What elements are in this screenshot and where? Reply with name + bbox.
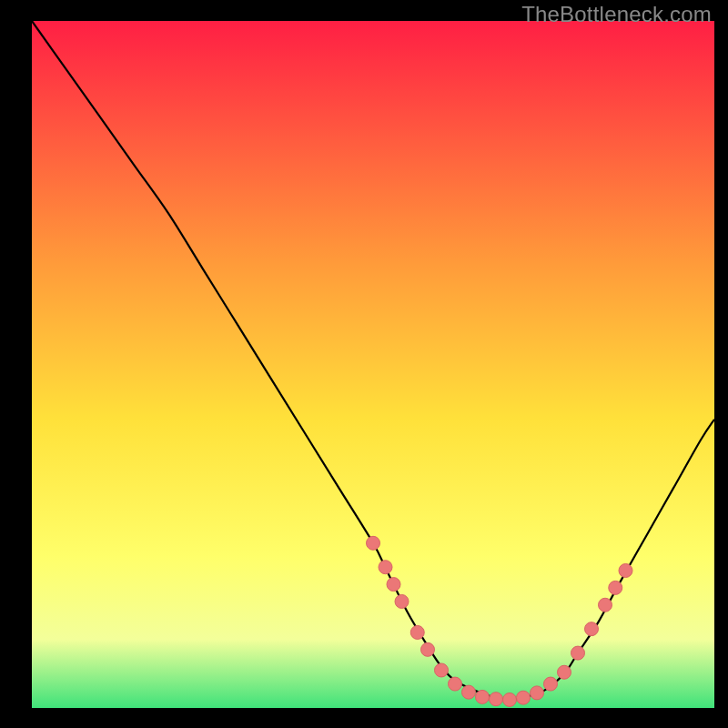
data-marker	[531, 686, 544, 700]
data-marker	[395, 594, 409, 608]
data-marker	[503, 693, 517, 706]
chart-svg	[32, 21, 714, 708]
data-marker	[379, 561, 392, 574]
data-marker	[619, 564, 632, 578]
data-marker	[585, 622, 599, 636]
data-marker	[462, 685, 476, 699]
data-marker	[599, 598, 612, 612]
data-marker	[517, 691, 531, 704]
data-marker	[410, 625, 424, 639]
data-marker	[421, 642, 435, 656]
data-marker	[544, 677, 558, 691]
watermark-text: TheBottleneck.com	[521, 2, 712, 27]
data-marker	[449, 677, 462, 691]
data-marker	[609, 581, 622, 594]
data-marker	[490, 693, 503, 706]
chart-frame	[32, 21, 714, 708]
data-marker	[558, 665, 571, 679]
data-marker	[476, 690, 490, 703]
data-marker	[571, 646, 585, 660]
data-marker	[387, 578, 400, 592]
data-marker	[435, 663, 449, 677]
data-marker	[367, 536, 380, 550]
